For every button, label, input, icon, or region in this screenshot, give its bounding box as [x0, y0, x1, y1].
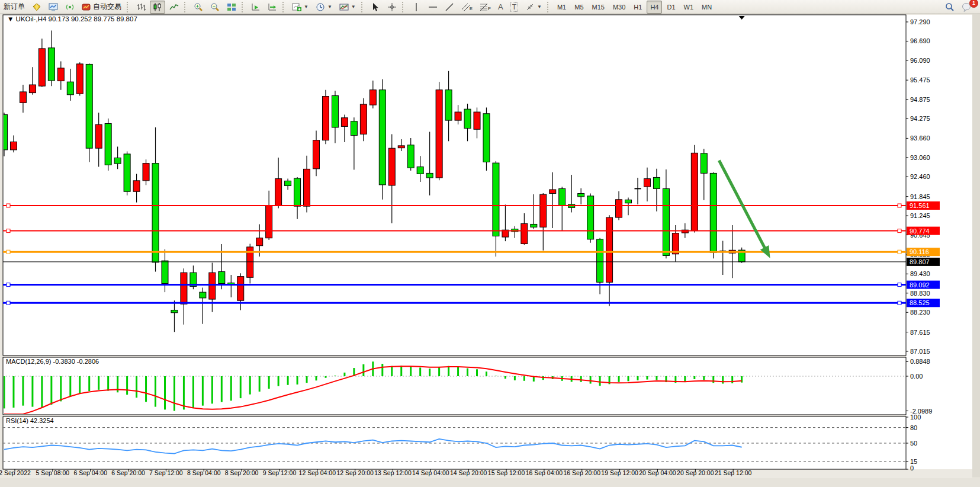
price-badge: 91.561 — [907, 201, 940, 210]
crosshair-icon — [387, 2, 397, 12]
timeframe-m5[interactable]: M5 — [571, 1, 587, 14]
line-chart-mode-button[interactable] — [166, 1, 182, 14]
line-handle[interactable] — [7, 204, 10, 207]
line-handle[interactable] — [898, 301, 901, 305]
zoom-out-icon — [210, 2, 220, 12]
svg-text:0.00: 0.00 — [910, 373, 923, 380]
trendline-tool-button[interactable] — [442, 1, 457, 14]
toolbar-separator — [242, 2, 246, 12]
search-button[interactable] — [942, 1, 957, 14]
arrow-shapes-icon — [525, 2, 535, 12]
svg-text:▼ UKOil-,H4 90.173 90.252 89: ▼ UKOil-,H4 90.173 90.252 89.775 89.807 — [7, 15, 137, 23]
horizontal-line-tool-button[interactable] — [425, 1, 441, 14]
autotrading-button[interactable]: 自动交易 — [79, 1, 124, 14]
auto-scroll-button[interactable] — [265, 1, 280, 14]
new-order-button[interactable]: 新订单 — [1, 1, 28, 14]
svg-text:7 Sep 12:00: 7 Sep 12:00 — [149, 469, 183, 476]
bar-chart-mode-button[interactable] — [133, 1, 149, 14]
line-chart-icon — [169, 2, 179, 12]
gold-gem-icon — [32, 2, 41, 12]
text-label-tool-button[interactable]: T — [507, 1, 521, 14]
arrows-tool-button[interactable]: ▼ — [522, 1, 545, 14]
notifications-button[interactable]: 1 — [959, 1, 975, 14]
timeframe-m1[interactable]: M1 — [554, 1, 570, 14]
new-order-label: 新订单 — [4, 2, 25, 12]
tile-windows-icon — [227, 2, 236, 12]
timeframe-mn[interactable]: MN — [698, 1, 715, 14]
svg-text:0: 0 — [910, 464, 914, 472]
mt4-window: 新订单 自动交易 — [0, 0, 980, 487]
price-chart: 97.29096.69096.09095.47594.87594.27593.6… — [0, 0, 980, 487]
search-icon — [945, 2, 955, 12]
svg-text:92.460: 92.460 — [910, 173, 930, 180]
svg-text:93.660: 93.660 — [910, 134, 930, 142]
fibo-letter: F — [488, 6, 491, 11]
timeframe-h1[interactable]: H1 — [630, 1, 645, 14]
price-badge: 90.116 — [907, 248, 940, 256]
dropdown-caret-icon: ▼ — [351, 4, 356, 9]
line-handle[interactable] — [898, 204, 901, 207]
svg-text:2 Sep 2022: 2 Sep 2022 — [0, 469, 31, 476]
channel-tool-button[interactable]: E — [458, 1, 475, 14]
svg-text:20 Sep 20:00: 20 Sep 20:00 — [677, 469, 714, 476]
text-tool-button[interactable]: A — [495, 1, 506, 14]
tile-windows-button[interactable] — [224, 1, 239, 14]
macd-label: MACD(12,26,9) -0.3830 -0.2806 — [6, 358, 99, 365]
line-handle[interactable] — [7, 301, 10, 305]
market-watch-button[interactable] — [29, 1, 44, 14]
vertical-line-tool-button[interactable] — [409, 1, 424, 14]
chart-shift-button[interactable] — [248, 1, 264, 14]
trendline-icon — [445, 2, 454, 12]
line-handle[interactable] — [7, 229, 10, 233]
timeframe-w1[interactable]: W1 — [680, 1, 698, 14]
crosshair-tool-button[interactable] — [384, 1, 400, 14]
date-axis: 2 Sep 20225 Sep 08:006 Sep 04:006 Sep 20… — [0, 469, 752, 476]
chart-shift-icon — [251, 2, 261, 12]
line-handle[interactable] — [898, 229, 901, 233]
toolbar-separator — [547, 2, 551, 12]
svg-text:9 Sep 12:00: 9 Sep 12:00 — [263, 469, 297, 476]
horizontal-line-icon — [428, 2, 438, 12]
svg-text:97.290: 97.290 — [910, 18, 930, 25]
zoom-in-button[interactable] — [191, 1, 206, 14]
svg-text:95.475: 95.475 — [910, 76, 930, 84]
svg-text:12 Sep 04:00: 12 Sep 04:00 — [299, 469, 336, 476]
svg-text:89.092: 89.092 — [910, 281, 930, 289]
line-handle[interactable] — [7, 283, 10, 287]
window-right-edge — [972, 14, 980, 478]
timeframe-m15[interactable]: M15 — [589, 1, 608, 14]
toolbar-separator — [184, 2, 188, 12]
svg-text:80: 80 — [910, 424, 917, 431]
timeframe-h4[interactable]: H4 — [647, 1, 662, 14]
status-strip — [0, 478, 980, 487]
template-icon — [339, 2, 349, 12]
monitor-chart-icon — [49, 2, 58, 12]
cursor-tool-button[interactable] — [368, 1, 383, 14]
indicators-button[interactable]: ▼ — [289, 1, 311, 14]
zoom-out-button[interactable] — [207, 1, 223, 14]
candlestick-mode-button[interactable] — [150, 1, 165, 14]
svg-text:8 Sep 20:00: 8 Sep 20:00 — [225, 469, 259, 476]
autotrading-icon — [82, 2, 91, 12]
dropdown-caret-icon: ▼ — [327, 4, 332, 9]
svg-text:91.561: 91.561 — [910, 202, 930, 209]
line-handle[interactable] — [7, 250, 10, 254]
svg-text:89.430: 89.430 — [910, 270, 930, 277]
line-handle[interactable] — [898, 283, 901, 287]
fibonacci-tool-button[interactable]: F — [477, 1, 494, 14]
templates-button[interactable]: ▼ — [336, 1, 359, 14]
line-handle[interactable] — [898, 250, 901, 254]
toolbar-separator — [361, 2, 365, 12]
signals-button[interactable] — [62, 1, 78, 14]
text-tool-icon: A — [498, 2, 503, 11]
terminal-button[interactable] — [46, 1, 61, 14]
zoom-in-icon — [194, 2, 203, 12]
timeframe-d1[interactable]: D1 — [663, 1, 679, 14]
notification-count-badge: 1 — [969, 0, 978, 8]
svg-text:14 Sep 20:00: 14 Sep 20:00 — [450, 469, 487, 476]
periods-button[interactable]: ▼ — [313, 1, 335, 14]
price-badge: 88.525 — [907, 299, 940, 307]
svg-text:91.845: 91.845 — [910, 193, 930, 200]
timeframe-m30[interactable]: M30 — [609, 1, 629, 14]
ohlc-bars-icon — [136, 2, 146, 12]
